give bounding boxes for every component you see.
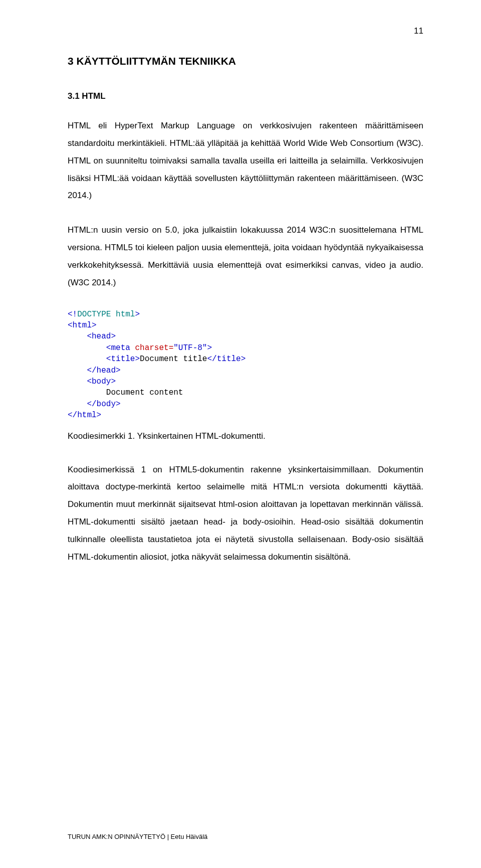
code-token: < bbox=[106, 355, 111, 364]
code-indent bbox=[68, 355, 106, 364]
code-token: head bbox=[97, 366, 116, 375]
code-example: <!DOCTYPE html> <html> <head> <meta char… bbox=[68, 309, 423, 421]
code-token: html bbox=[73, 321, 92, 330]
code-token: > bbox=[97, 411, 102, 420]
sub-heading: 3.1 HTML bbox=[68, 91, 423, 101]
code-token: "UTF-8" bbox=[173, 343, 207, 353]
code-indent bbox=[68, 377, 87, 386]
code-token: > bbox=[111, 332, 116, 341]
code-token: DOCTYPE bbox=[77, 310, 111, 319]
section-heading: 3 KÄYTTÖLIITTYMÄN TEKNIIKKA bbox=[68, 55, 423, 67]
code-token: <! bbox=[68, 310, 77, 319]
code-token: > bbox=[92, 321, 97, 330]
code-token: > bbox=[135, 355, 140, 364]
code-indent bbox=[68, 388, 106, 397]
code-token: body bbox=[97, 400, 116, 409]
code-indent bbox=[68, 343, 106, 353]
code-token: < bbox=[106, 343, 111, 353]
paragraph-3: Koodiesimerkissä 1 on HTML5-dokumentin r… bbox=[68, 461, 423, 566]
code-token: < bbox=[87, 332, 92, 341]
code-token: > bbox=[111, 377, 116, 386]
code-token: </ bbox=[207, 355, 216, 364]
paragraph-2: HTML:n uusin versio on 5.0, joka julkais… bbox=[68, 222, 423, 291]
code-caption: Koodiesimerkki 1. Yksinkertainen HTML-do… bbox=[68, 431, 423, 441]
page-number: 11 bbox=[414, 26, 423, 36]
code-indent bbox=[68, 332, 87, 341]
code-token: meta bbox=[111, 343, 130, 353]
code-token: body bbox=[92, 377, 111, 386]
code-token: </ bbox=[87, 400, 96, 409]
code-token: Document title bbox=[140, 355, 207, 364]
code-token: title bbox=[111, 355, 135, 364]
code-token: > bbox=[135, 310, 140, 319]
code-token: html bbox=[111, 310, 135, 319]
code-token: Document content bbox=[106, 388, 183, 397]
code-indent bbox=[68, 400, 87, 409]
code-token: > bbox=[116, 366, 121, 375]
code-token: charset= bbox=[130, 343, 173, 353]
code-token: head bbox=[92, 332, 111, 341]
code-token: < bbox=[68, 321, 73, 330]
code-token: > bbox=[116, 400, 121, 409]
code-token: > bbox=[241, 355, 246, 364]
code-token: < bbox=[87, 377, 92, 386]
code-token: html bbox=[77, 411, 96, 420]
code-token: > bbox=[207, 343, 212, 353]
code-token: title bbox=[217, 355, 241, 364]
paragraph-1: HTML eli HyperText Markup Language on ve… bbox=[68, 117, 423, 205]
code-indent bbox=[68, 366, 87, 375]
code-token: </ bbox=[87, 366, 96, 375]
code-token: </ bbox=[68, 411, 77, 420]
footer-text: TURUN AMK:N OPINNÄYTETYÖ | Eetu Häivälä bbox=[68, 833, 207, 840]
